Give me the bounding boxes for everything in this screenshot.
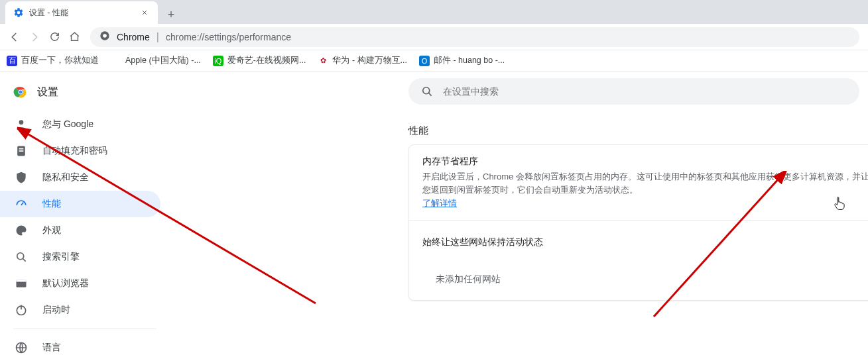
- huawei-icon: ✿: [318, 56, 328, 66]
- settings-search-input[interactable]: [443, 86, 847, 97]
- tab-title: 设置 - 性能: [29, 7, 134, 19]
- globe-icon: [15, 341, 28, 354]
- settings-main: 性能 内存节省程序 开启此设置后，Chrome 会释放闲置标签页占用的内存。这可…: [170, 72, 868, 355]
- omnibox-path: chrome://settings/performance: [166, 32, 291, 42]
- browser-icon: [15, 277, 28, 290]
- sidebar-item-label: 自动填充和密码: [42, 145, 107, 157]
- bookmarks-bar: 百 百度一下，你就知道 Apple (中国大陆) -... iQ 爱奇艺-在线视…: [0, 50, 868, 72]
- memory-saver-desc: 开启此设置后，Chrome 会释放闲置标签页占用的内存。这可让使用中的标签页和其…: [422, 170, 868, 197]
- sidebar-item-autofill[interactable]: 自动填充和密码: [0, 138, 160, 164]
- settings-sidebar: 设置 您与 Google 自动填充和密码 隐私和安全 性能 外观 搜索引擎 默: [0, 72, 170, 355]
- shield-icon: [15, 171, 28, 184]
- sidebar-item-label: 语言: [42, 342, 61, 354]
- tab-strip: 设置 - 性能 +: [0, 0, 868, 24]
- svg-point-1: [103, 34, 107, 38]
- settings-search[interactable]: [408, 78, 859, 105]
- bookmark-huawei[interactable]: ✿ 华为 - 构建万物互...: [318, 55, 407, 66]
- sidebar-item-search-engine[interactable]: 搜索引擎: [0, 244, 160, 270]
- keep-active-row: 始终让这些网站保持活动状态 添加: [409, 220, 868, 264]
- browser-tab[interactable]: 设置 - 性能: [5, 1, 158, 24]
- back-button[interactable]: [5, 28, 24, 46]
- svg-rect-8: [19, 150, 24, 152]
- home-button[interactable]: [65, 28, 84, 46]
- omnibox-divider: |: [156, 31, 159, 43]
- bookmark-apple[interactable]: Apple (中国大陆) -...: [111, 55, 201, 66]
- autofill-icon: [15, 144, 28, 158]
- section-title: 性能: [408, 125, 428, 137]
- svg-point-9: [17, 253, 24, 260]
- sidebar-item-default-browser[interactable]: 默认浏览器: [0, 270, 160, 297]
- speedometer-icon: [15, 197, 28, 211]
- address-bar[interactable]: Chrome | chrome://settings/performance: [90, 27, 859, 47]
- performance-card: 内存节省程序 开启此设置后，Chrome 会释放闲置标签页占用的内存。这可让使用…: [408, 144, 868, 301]
- sidebar-item-label: 启动时: [42, 304, 70, 316]
- svg-point-14: [423, 87, 430, 94]
- reload-button[interactable]: [45, 28, 64, 46]
- sidebar-item-label: 隐私和安全: [42, 172, 89, 183]
- bookmark-baidu[interactable]: 百 百度一下，你就知道: [7, 55, 99, 66]
- close-icon[interactable]: [139, 7, 150, 18]
- sidebar-item-privacy[interactable]: 隐私和安全: [0, 164, 160, 191]
- iqiyi-icon: iQ: [213, 56, 223, 66]
- sidebar-item-label: 搜索引擎: [42, 251, 80, 263]
- sidebar-item-label: 外观: [42, 225, 61, 236]
- bookmark-label: 爱奇艺-在线视频网...: [227, 55, 306, 66]
- outlook-icon: O: [419, 56, 430, 66]
- sidebar-item-performance[interactable]: 性能: [0, 191, 160, 217]
- keep-active-title: 始终让这些网站保持活动状态: [422, 236, 868, 248]
- learn-more-link[interactable]: 了解详情: [422, 198, 457, 208]
- svg-point-5: [19, 120, 24, 125]
- power-icon: [15, 303, 28, 317]
- memory-saver-row: 内存节省程序 开启此设置后，Chrome 会释放闲置标签页占用的内存。这可让使用…: [409, 145, 868, 220]
- memory-saver-title: 内存节省程序: [422, 156, 868, 168]
- sidebar-item-you-and-google[interactable]: 您与 Google: [0, 111, 160, 138]
- new-tab-button[interactable]: +: [162, 5, 180, 24]
- sidebar-item-label: 您与 Google: [42, 119, 93, 130]
- person-icon: [15, 118, 28, 131]
- sidebar-separator: [13, 329, 156, 329]
- bookmark-label: 邮件 - huang bo -...: [434, 55, 505, 66]
- search-icon: [15, 250, 28, 264]
- no-sites-text: 未添加任何网站: [409, 264, 868, 300]
- bookmark-label: 百度一下，你就知道: [21, 55, 99, 66]
- sidebar-item-on-startup[interactable]: 启动时: [0, 297, 160, 323]
- bookmark-label: Apple (中国大陆) -...: [125, 55, 201, 66]
- sidebar-header: 设置: [0, 79, 170, 111]
- sidebar-item-languages[interactable]: 语言: [0, 334, 160, 355]
- sidebar-item-label: 性能: [42, 198, 61, 210]
- bookmark-label: 华为 - 构建万物互...: [332, 55, 407, 66]
- omnibox-origin: Chrome: [117, 32, 150, 42]
- svg-rect-7: [19, 148, 24, 150]
- chrome-logo-icon: [13, 85, 28, 99]
- sidebar-title: 设置: [37, 85, 58, 99]
- svg-rect-11: [17, 279, 27, 281]
- search-icon: [420, 85, 434, 98]
- palette-icon: [15, 224, 28, 237]
- apple-icon: [111, 56, 121, 66]
- chrome-product-icon: [99, 30, 110, 43]
- gear-icon: [13, 7, 24, 18]
- sidebar-item-appearance[interactable]: 外观: [0, 217, 160, 244]
- paw-icon: 百: [7, 56, 17, 66]
- toolbar: Chrome | chrome://settings/performance: [0, 24, 868, 50]
- bookmark-outlook[interactable]: O 邮件 - huang bo -...: [419, 55, 505, 66]
- bookmark-iqiyi[interactable]: iQ 爱奇艺-在线视频网...: [213, 55, 306, 66]
- sidebar-item-label: 默认浏览器: [42, 278, 89, 289]
- forward-button[interactable]: [25, 28, 44, 46]
- settings-content: 设置 您与 Google 自动填充和密码 隐私和安全 性能 外观 搜索引擎 默: [0, 72, 868, 355]
